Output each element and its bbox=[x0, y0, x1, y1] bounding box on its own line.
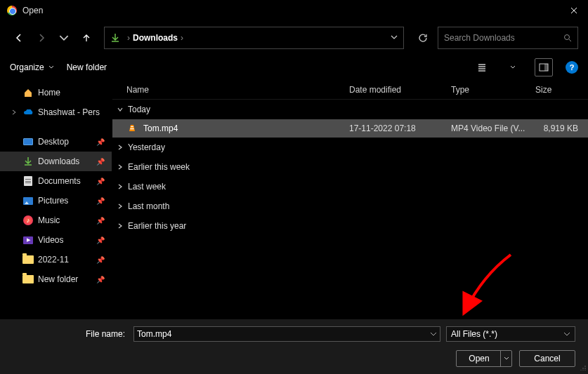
recent-dropdown[interactable] bbox=[55, 29, 73, 47]
svg-point-0 bbox=[565, 35, 570, 40]
group-label: Today bbox=[128, 105, 150, 114]
col-size[interactable]: Size bbox=[535, 85, 588, 95]
pin-icon: 📌 bbox=[96, 236, 105, 244]
close-button[interactable] bbox=[560, 0, 588, 21]
search-input[interactable] bbox=[444, 33, 563, 43]
organize-label: Organize bbox=[10, 62, 44, 72]
new-folder-button[interactable]: New folder bbox=[67, 62, 107, 72]
download-icon bbox=[110, 33, 120, 43]
file-size: 8,919 KB bbox=[535, 123, 588, 133]
group-last-week[interactable]: Last week bbox=[112, 177, 588, 196]
sidebar-item-documents[interactable]: Documents📌 bbox=[0, 171, 112, 191]
sidebar-item-label: Music bbox=[38, 215, 60, 225]
home-icon bbox=[22, 87, 34, 98]
back-button[interactable] bbox=[10, 29, 28, 47]
svg-point-5 bbox=[584, 366, 586, 367]
bottom-panel: File name: All Files (*.*) Open Cancel bbox=[0, 319, 588, 374]
organize-button[interactable]: Organize bbox=[10, 62, 54, 72]
view-dropdown[interactable] bbox=[504, 58, 522, 76]
breadcrumb-location[interactable]: Downloads bbox=[133, 33, 178, 43]
onedrive-icon bbox=[22, 107, 34, 118]
sidebar-item-music[interactable]: ♪Music📌 bbox=[0, 211, 112, 230]
forward-button[interactable] bbox=[32, 29, 51, 47]
open-button-label: Open bbox=[469, 354, 489, 363]
svg-rect-3 bbox=[131, 126, 133, 127]
pin-icon: 📌 bbox=[96, 138, 105, 146]
chevron-right-icon[interactable] bbox=[10, 109, 18, 115]
column-headers: Name Date modified Type Size bbox=[112, 80, 588, 100]
group-label: Last week bbox=[128, 182, 166, 192]
col-date[interactable]: Date modified bbox=[349, 85, 451, 95]
resize-grip[interactable] bbox=[580, 363, 587, 373]
sidebar-personal[interactable]: Shashwat - Pers bbox=[0, 102, 112, 122]
group-label: Earlier this week bbox=[128, 162, 190, 172]
group-earlier-this-week[interactable]: Earlier this week bbox=[112, 157, 588, 177]
col-name[interactable]: Name bbox=[126, 85, 349, 95]
group-yesterday[interactable]: Yesterday bbox=[112, 138, 588, 157]
svg-point-10 bbox=[584, 370, 586, 370]
sidebar-item-downloads[interactable]: Downloads📌 bbox=[0, 152, 112, 171]
address-dropdown[interactable] bbox=[391, 33, 398, 43]
group-last-month[interactable]: Last month bbox=[112, 196, 588, 216]
view-button[interactable] bbox=[473, 58, 491, 76]
sidebar-home[interactable]: Home bbox=[0, 83, 112, 102]
filename-label: File name: bbox=[13, 329, 128, 339]
help-button[interactable]: ? bbox=[566, 61, 578, 74]
file-date: 17-11-2022 07:18 bbox=[349, 123, 451, 133]
svg-point-6 bbox=[582, 368, 584, 369]
chrome-icon bbox=[7, 6, 17, 15]
col-type[interactable]: Type bbox=[451, 85, 535, 95]
sidebar-item-label: New folder bbox=[38, 274, 78, 284]
content: Home Shashwat - Pers Desktop📌Downloads📌D… bbox=[0, 80, 588, 319]
svg-rect-2 bbox=[544, 64, 548, 71]
file-list[interactable]: TodayTom.mp417-11-2022 07:18MP4 Video Fi… bbox=[112, 100, 588, 319]
search-box[interactable] bbox=[438, 27, 578, 49]
pin-icon: 📌 bbox=[96, 256, 105, 264]
vlc-icon bbox=[126, 123, 138, 134]
up-button[interactable] bbox=[77, 29, 96, 47]
file-name: Tom.mp4 bbox=[143, 123, 349, 133]
toolbar: Organize New folder ? bbox=[0, 55, 588, 80]
group-today[interactable]: Today bbox=[112, 100, 588, 119]
search-icon bbox=[563, 34, 572, 42]
file-row[interactable]: Tom.mp417-11-2022 07:18MP4 Video File (V… bbox=[112, 119, 588, 138]
breadcrumb-separator: › bbox=[181, 33, 183, 43]
cancel-button[interactable]: Cancel bbox=[519, 350, 575, 367]
window-title: Open bbox=[22, 6, 560, 15]
file-type: MP4 Video File (V... bbox=[451, 123, 535, 133]
filetype-filter-label: All Files (*.*) bbox=[451, 329, 563, 339]
titlebar: Open bbox=[0, 0, 588, 21]
address-bar[interactable]: › Downloads › bbox=[104, 27, 404, 49]
breadcrumb-separator: › bbox=[127, 33, 130, 43]
filetype-filter[interactable]: All Files (*.*) bbox=[446, 326, 575, 342]
group-label: Earlier this year bbox=[128, 221, 186, 231]
chevron-down-icon[interactable] bbox=[430, 330, 437, 338]
sidebar-item-videos[interactable]: ▶Videos📌 bbox=[0, 230, 112, 250]
open-split-button[interactable] bbox=[500, 351, 511, 366]
preview-pane-button[interactable] bbox=[535, 58, 553, 76]
pin-icon: 📌 bbox=[96, 276, 105, 283]
chevron-down-icon bbox=[563, 330, 570, 338]
nav-row: › Downloads › bbox=[0, 21, 588, 55]
pin-icon: 📌 bbox=[96, 178, 105, 185]
sidebar-item-label: Videos bbox=[38, 235, 63, 245]
svg-point-8 bbox=[580, 370, 582, 370]
sidebar-item-label: Documents bbox=[38, 176, 81, 186]
group-earlier-this-year[interactable]: Earlier this year bbox=[112, 216, 588, 236]
pin-icon: 📌 bbox=[96, 158, 105, 166]
sidebar-item-label: Desktop bbox=[38, 137, 69, 147]
sidebar-item-desktop[interactable]: Desktop📌 bbox=[0, 132, 112, 152]
sidebar-item-2022-11[interactable]: 2022-11📌 bbox=[0, 250, 112, 269]
sidebar-item-new-folder[interactable]: New folder📌 bbox=[0, 269, 112, 289]
sidebar-item-label: Downloads bbox=[38, 156, 79, 166]
filename-combo[interactable] bbox=[133, 326, 440, 342]
sidebar-personal-label: Shashwat - Pers bbox=[38, 107, 100, 117]
list-pane: Name Date modified Type Size TodayTom.mp… bbox=[112, 80, 588, 319]
refresh-button[interactable] bbox=[412, 27, 433, 48]
pin-icon: 📌 bbox=[96, 197, 105, 205]
chevron-down-icon bbox=[48, 65, 54, 70]
svg-point-9 bbox=[582, 370, 584, 370]
open-button[interactable]: Open bbox=[456, 350, 512, 367]
sidebar-item-pictures[interactable]: Pictures📌 bbox=[0, 191, 112, 211]
filename-input[interactable] bbox=[137, 329, 430, 339]
